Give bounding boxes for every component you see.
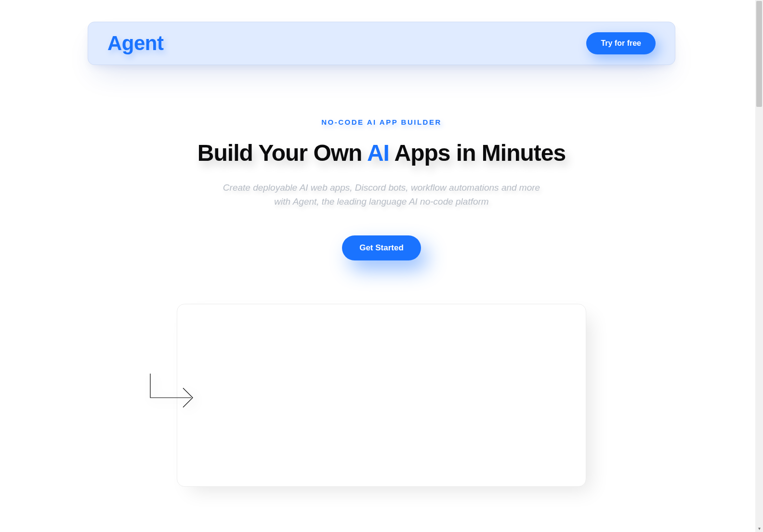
- hero-title-part-after: Apps in Minutes: [389, 140, 566, 166]
- arrow-right-icon: [145, 371, 198, 415]
- header-bar: Agent Try for free: [88, 22, 675, 65]
- hero-subtitle-line1: Create deployable AI web apps, Discord b…: [223, 182, 540, 193]
- scrollbar[interactable]: ▾: [755, 0, 763, 532]
- hero-title-accent: AI: [367, 140, 389, 166]
- try-for-free-button[interactable]: Try for free: [586, 32, 656, 54]
- scrollbar-down-icon[interactable]: ▾: [757, 526, 762, 531]
- hero-title-part-before: Build Your Own: [197, 140, 367, 166]
- hero-subtitle-line2: with Agent, the leading language AI no-c…: [274, 196, 488, 207]
- hero-subtitle: Create deployable AI web apps, Discord b…: [88, 181, 675, 209]
- scrollbar-thumb[interactable]: [756, 1, 762, 107]
- hero-eyebrow: NO-CODE AI APP BUILDER: [88, 118, 675, 126]
- get-started-button[interactable]: Get Started: [342, 235, 421, 260]
- hero-section: NO-CODE AI APP BUILDER Build Your Own AI…: [88, 118, 675, 487]
- logo: Agent: [107, 32, 164, 55]
- hero-title: Build Your Own AI Apps in Minutes: [88, 140, 675, 166]
- media-preview-card: [177, 304, 586, 487]
- media-card-wrapper: [88, 304, 675, 487]
